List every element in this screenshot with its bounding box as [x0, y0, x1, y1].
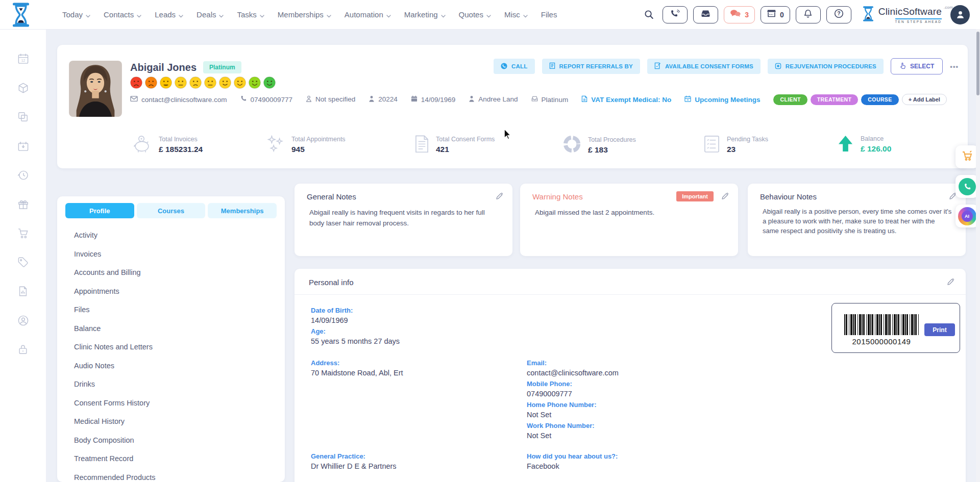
calendar-import-icon[interactable]	[17, 140, 29, 152]
edit-pencil-icon[interactable]	[721, 192, 729, 202]
upcoming-meetings-link[interactable]: Upcoming Meetings	[684, 95, 760, 104]
satisfaction-emoji[interactable]	[204, 77, 216, 89]
chevron-down-icon	[327, 11, 331, 19]
call-button[interactable]: CALL	[494, 59, 534, 74]
scrollbar-thumb[interactable]	[976, 32, 979, 95]
gift-icon[interactable]	[17, 198, 29, 210]
rejuvenation-button[interactable]: REJUVENATION PROCEDURES	[768, 59, 884, 74]
menu-treatment-record[interactable]: Treatment Record	[74, 449, 275, 468]
report-icon[interactable]	[17, 285, 29, 297]
cart-icon[interactable]	[17, 227, 29, 239]
satisfaction-emoji[interactable]	[263, 77, 276, 89]
menu-accounts-billing[interactable]: Accounts and Billing	[74, 263, 275, 282]
nav-marketing[interactable]: Marketing	[404, 10, 446, 19]
menu-balance[interactable]: Balance	[74, 319, 275, 338]
tab-courses[interactable]: Courses	[137, 203, 206, 218]
person-icon	[369, 95, 375, 104]
satisfaction-emoji[interactable]	[160, 77, 172, 89]
menu-medical-history[interactable]: Medical History	[74, 412, 275, 431]
search-icon[interactable]	[644, 10, 654, 19]
phone-icon	[501, 63, 507, 70]
satisfaction-emoji[interactable]	[189, 77, 202, 89]
menu-consent-forms-history[interactable]: Consent Forms History	[74, 394, 275, 413]
quick-call-widget[interactable]	[955, 175, 978, 198]
nav-today[interactable]: Today	[62, 10, 90, 19]
satisfaction-emoji[interactable]	[219, 77, 231, 89]
select-button[interactable]: SELECT	[891, 58, 943, 74]
tab-memberships[interactable]: Memberships	[208, 203, 277, 218]
gender-value: Not specified	[315, 95, 355, 103]
menu-audio-notes[interactable]: Audio Notes	[74, 357, 275, 375]
field-value: Facebook	[527, 462, 618, 470]
calendar-icon[interactable]: 12	[17, 53, 29, 65]
nav-label: Tasks	[237, 10, 256, 19]
edit-pencil-icon[interactable]	[496, 192, 504, 202]
package-icon[interactable]	[17, 82, 29, 94]
main-scrollbar	[976, 29, 980, 482]
person-outline-icon	[306, 95, 312, 104]
nav-deals[interactable]: Deals	[197, 10, 224, 19]
field-work-phone: Work Phone Number:Not Set	[527, 422, 595, 440]
field-label: Address:	[311, 359, 403, 367]
satisfaction-emoji[interactable]	[145, 77, 157, 89]
menu-appointments[interactable]: Appointments	[74, 282, 275, 301]
menu-activity[interactable]: Activity	[74, 226, 275, 245]
patient-contact-row: contact@clinicsoftware.com 07490009777 N…	[130, 94, 947, 105]
cart-icon	[961, 150, 973, 164]
menu-invoices[interactable]: Invoices	[74, 245, 275, 264]
history-icon[interactable]	[17, 169, 29, 181]
add-label-button[interactable]: + Add Label	[902, 94, 947, 105]
menu-clinic-notes[interactable]: Clinic Notes and Letters	[74, 338, 275, 357]
ai-assistant-widget[interactable]: AI	[955, 205, 978, 227]
user-avatar[interactable]	[950, 5, 970, 24]
nav-memberships[interactable]: Memberships	[278, 10, 331, 19]
chat-button[interactable]: 3	[724, 6, 755, 23]
quick-cart-widget[interactable]	[955, 145, 978, 168]
nav-leads[interactable]: Leads	[155, 10, 183, 19]
satisfaction-emoji[interactable]	[130, 77, 142, 89]
nav-tasks[interactable]: Tasks	[237, 10, 264, 19]
report-referrals-button[interactable]: REPORT REFERRALS BY	[542, 59, 640, 74]
lock-icon[interactable]	[17, 343, 29, 356]
dialer-button[interactable]	[663, 6, 688, 23]
menu-drinks[interactable]: Drinks	[74, 375, 275, 394]
hourglass-logo-icon	[862, 6, 874, 23]
field-label: How did you hear about us?:	[527, 452, 618, 460]
satisfaction-emoji[interactable]	[234, 77, 246, 89]
tag-icon[interactable]	[17, 256, 29, 268]
nav-contacts[interactable]: Contacts	[104, 10, 141, 19]
nav-quotes[interactable]: Quotes	[459, 10, 491, 19]
brand-logo[interactable]: ClinicSoftware.com TEN STEPS AHEAD	[862, 6, 942, 23]
menu-body-composition[interactable]: Body Composition	[74, 431, 275, 450]
satisfaction-emoji[interactable]	[249, 77, 261, 89]
edit-pencil-icon[interactable]	[947, 277, 955, 288]
copy-icon[interactable]	[17, 111, 29, 123]
behaviour-notes-title: Behaviour Notes	[760, 192, 817, 201]
barcode-box: 2015000000149 Print	[831, 303, 960, 353]
vat-exempt-link[interactable]: VAT Exempt Medical: No	[581, 95, 671, 104]
nav-files[interactable]: Files	[541, 10, 557, 19]
nav-automation[interactable]: Automation	[345, 10, 391, 19]
phone-icon	[959, 178, 976, 195]
tab-profile[interactable]: Profile	[65, 203, 134, 218]
satisfaction-emoji[interactable]	[175, 77, 187, 89]
patient-phone[interactable]: 07490009777	[240, 95, 293, 104]
tray-icon	[531, 96, 538, 104]
field-value: Dr Whillier D E & Partners	[311, 462, 397, 470]
shop-button[interactable]: 0	[761, 6, 790, 23]
menu-files[interactable]: Files	[74, 300, 275, 319]
print-button[interactable]: Print	[924, 323, 955, 336]
notifications-button[interactable]	[796, 6, 821, 23]
consent-forms-button[interactable]: AVAILABLE CONSENT FORMS	[647, 59, 761, 74]
nav-misc[interactable]: Misc	[504, 10, 528, 19]
menu-recommended-products[interactable]: Recommended Products	[74, 468, 275, 482]
user-circle-icon[interactable]	[17, 314, 29, 326]
field-value: Not Set	[527, 432, 595, 440]
app-logo[interactable]	[9, 3, 33, 27]
help-button[interactable]: ?	[826, 6, 851, 23]
patient-photo[interactable]	[69, 61, 122, 117]
nav-label: Quotes	[459, 10, 483, 19]
inbox-button[interactable]	[693, 6, 718, 23]
patient-email[interactable]: contact@clinicsoftware.com	[130, 96, 227, 104]
more-actions-button[interactable]: •••	[950, 63, 959, 70]
